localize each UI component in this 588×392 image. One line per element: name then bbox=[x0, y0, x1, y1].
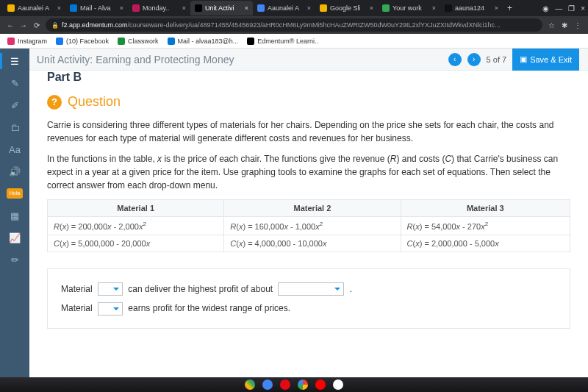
browser-tab[interactable]: aauna124× bbox=[440, 1, 503, 15]
window-close-icon[interactable]: × bbox=[581, 4, 585, 13]
tool-sidebar: ☰ ✎ ✐ 🗀 Aa 🔊 Hola ▦ 📈 ✏ bbox=[0, 49, 29, 377]
save-exit-label: Save & Exit bbox=[530, 55, 572, 64]
browser-toolbar: ← → ⟳ 🔒 f2.app.edmentum.com/courseware-d… bbox=[0, 16, 588, 34]
next-button[interactable]: › bbox=[467, 53, 481, 66]
browser-tab[interactable]: Google Sli× bbox=[315, 1, 378, 15]
bookmark-item[interactable]: Instagram bbox=[7, 38, 47, 45]
page-position: 5 of 7 bbox=[487, 55, 507, 64]
question-paragraph-2: In the functions in the table, x is the … bbox=[47, 152, 570, 192]
list-icon[interactable]: ☰ bbox=[7, 53, 23, 69]
col-material-3: Material 3 bbox=[401, 200, 570, 217]
gmail-icon[interactable] bbox=[245, 379, 255, 390]
cell: C(x) = 2,000,000 - 5,000x bbox=[401, 235, 570, 252]
browser-tab-active[interactable]: Unit Activi× bbox=[190, 1, 253, 15]
forward-icon[interactable]: → bbox=[19, 21, 28, 29]
netflix-icon[interactable] bbox=[280, 379, 290, 390]
cell: C(x) = 5,000,000 - 20,000x bbox=[48, 235, 224, 252]
tab-favicon bbox=[7, 4, 15, 12]
bookmark-label: Classwork bbox=[128, 38, 159, 45]
play-store-icon[interactable] bbox=[333, 379, 343, 390]
part-heading: Part B bbox=[47, 71, 570, 84]
new-tab-button[interactable]: + bbox=[503, 3, 517, 13]
activity-title: Unit Activity: Earning and Protecting Mo… bbox=[37, 54, 234, 65]
activity-content: Part B ? Question Carrie is considering … bbox=[29, 71, 588, 377]
cell: R(x) = 200,000x - 2,000x2 bbox=[48, 217, 224, 235]
bookmark-item[interactable]: (10) Facebook bbox=[56, 38, 109, 45]
minimize-icon[interactable]: — bbox=[555, 4, 562, 13]
tab-favicon bbox=[132, 4, 140, 12]
browser-tab-strip: Aaunalei A× Mail - Alva× Monday..× Unit … bbox=[0, 0, 588, 16]
bookmark-label: Instagram bbox=[18, 38, 47, 45]
lock-icon: 🔒 bbox=[51, 22, 59, 29]
back-icon[interactable]: ← bbox=[6, 21, 15, 29]
graph-icon[interactable]: 📈 bbox=[7, 229, 23, 246]
question-label: Question bbox=[68, 94, 121, 110]
profit-dropdown[interactable] bbox=[278, 282, 344, 296]
save-exit-button[interactable]: ▣ Save & Exit bbox=[512, 49, 579, 71]
calculator-icon[interactable]: ▦ bbox=[7, 207, 23, 224]
materials-table: Material 1 Material 2 Material 3 R(x) = … bbox=[47, 199, 570, 252]
tab-favicon bbox=[445, 4, 452, 12]
close-icon[interactable]: × bbox=[120, 4, 123, 12]
bookmarks-bar: Instagram (10) Facebook Classwork Mail -… bbox=[0, 34, 588, 49]
material-dropdown-1[interactable] bbox=[98, 282, 123, 296]
question-header: ? Question bbox=[47, 94, 570, 110]
url-host: f2.app.edmentum.com bbox=[62, 21, 128, 29]
tab-favicon bbox=[70, 4, 77, 12]
browser-tab[interactable]: Your work× bbox=[378, 1, 440, 15]
tab-title: Unit Activi bbox=[205, 4, 242, 12]
dictionary-icon[interactable]: Aa bbox=[7, 141, 23, 157]
menu-icon[interactable]: ⋮ bbox=[573, 21, 582, 29]
col-material-1: Material 1 bbox=[48, 200, 224, 217]
material-dropdown-2[interactable] bbox=[98, 302, 123, 316]
bookmark-item[interactable]: Mail - alvaa183@h... bbox=[168, 38, 239, 45]
tab-title: Aaunalei A bbox=[268, 4, 304, 12]
answer-line-2: Material earns profit for the widest ran… bbox=[61, 299, 556, 318]
bookmark-item[interactable]: Edmentum® Learni.. bbox=[247, 38, 318, 45]
answer-line-1: Material can deliver the highest profit … bbox=[61, 279, 556, 299]
tab-favicon bbox=[257, 4, 265, 12]
close-icon[interactable]: × bbox=[307, 4, 311, 12]
bookmark-favicon bbox=[118, 38, 125, 45]
close-icon[interactable]: × bbox=[245, 4, 248, 12]
chrome-icon[interactable] bbox=[298, 379, 308, 390]
address-bar[interactable]: 🔒 f2.app.edmentum.com/courseware-deliver… bbox=[46, 18, 542, 32]
folder-icon[interactable]: 🗀 bbox=[7, 119, 23, 135]
bookmark-favicon bbox=[247, 38, 254, 45]
question-mark-icon: ? bbox=[47, 95, 62, 110]
close-icon[interactable]: × bbox=[182, 4, 186, 12]
close-icon[interactable]: × bbox=[495, 4, 498, 12]
draw-icon[interactable]: ✏ bbox=[7, 252, 23, 268]
stop-media-icon[interactable]: ◉ bbox=[542, 4, 549, 13]
browser-tab[interactable]: Monday..× bbox=[128, 1, 190, 15]
bookmark-star-icon[interactable]: ☆ bbox=[547, 21, 556, 29]
extension-icon[interactable]: ✱ bbox=[560, 21, 569, 29]
browser-tab[interactable]: Aaunalei A× bbox=[3, 1, 65, 15]
youtube-icon[interactable] bbox=[315, 379, 326, 390]
docs-icon[interactable] bbox=[262, 379, 273, 390]
close-icon[interactable]: × bbox=[432, 4, 436, 12]
translate-icon[interactable]: Hola bbox=[7, 185, 23, 202]
bookmark-favicon bbox=[168, 38, 175, 45]
maximize-icon[interactable]: ❐ bbox=[568, 4, 575, 13]
close-icon[interactable]: × bbox=[370, 4, 373, 12]
bookmark-item[interactable]: Classwork bbox=[118, 38, 159, 45]
bookmark-favicon bbox=[56, 38, 63, 45]
cell: R(x) = 160,000x - 1,000x2 bbox=[224, 217, 401, 235]
tab-title: Your work bbox=[392, 4, 429, 12]
edit-icon[interactable]: ✎ bbox=[7, 75, 23, 91]
close-icon[interactable]: × bbox=[57, 4, 61, 12]
var-c: C bbox=[445, 154, 451, 164]
browser-tab[interactable]: Mail - Alva× bbox=[65, 1, 128, 15]
audio-icon[interactable]: 🔊 bbox=[7, 163, 23, 179]
bookmark-label: Edmentum® Learni.. bbox=[257, 38, 318, 45]
table-row: R(x) = 200,000x - 2,000x2 R(x) = 160,000… bbox=[48, 217, 570, 235]
url-path: /courseware-delivery/ua/48971455/4545692… bbox=[128, 21, 501, 29]
browser-tab[interactable]: Aaunalei A× bbox=[253, 1, 315, 15]
highlight-icon[interactable]: ✐ bbox=[7, 97, 23, 113]
tab-title: Aaunalei A bbox=[18, 4, 54, 12]
tab-favicon bbox=[195, 4, 202, 12]
reload-icon[interactable]: ⟳ bbox=[32, 21, 41, 29]
prev-button[interactable]: ‹ bbox=[448, 53, 462, 66]
tab-title: Google Sli bbox=[330, 4, 367, 12]
